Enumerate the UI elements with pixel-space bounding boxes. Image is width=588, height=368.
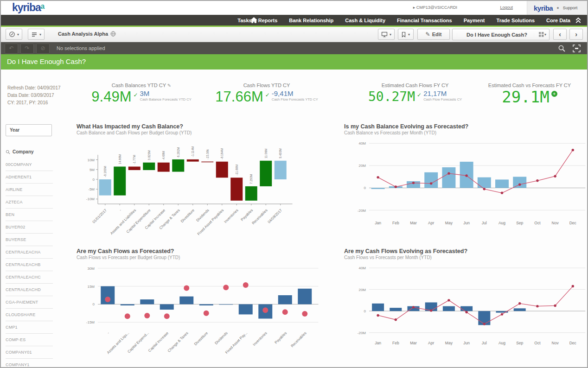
chart-canvas[interactable]: 30M15M0-15M-Assets and Liqu...Capital Ex…	[77, 261, 334, 367]
bar[interactable]	[372, 304, 384, 311]
line-point[interactable]	[554, 305, 556, 307]
company-list-item[interactable]: CENTRALEACHD	[6, 284, 53, 296]
line-point[interactable]	[501, 313, 503, 315]
forecast-dot[interactable]	[302, 311, 307, 317]
waterfall-bar[interactable]	[216, 162, 228, 178]
company-list-item[interactable]: CENTRALEACHA	[6, 246, 53, 259]
line-point[interactable]	[412, 182, 415, 184]
line-point[interactable]	[518, 184, 521, 186]
waterfall-bar[interactable]	[158, 163, 170, 172]
nav-item-cash-liquidity[interactable]: Cash & Liquidity	[345, 18, 385, 23]
nav-item-payment[interactable]: Payment	[464, 18, 485, 23]
company-list-item[interactable]: ADHERENT1	[6, 171, 53, 184]
company-list-item[interactable]: COMPANY1	[6, 359, 53, 368]
company-list-item[interactable]: 00COMPANY	[6, 159, 53, 171]
line-point[interactable]	[572, 149, 574, 151]
bar[interactable]	[495, 179, 509, 188]
bar[interactable]	[239, 304, 253, 314]
line-point[interactable]	[536, 179, 538, 182]
waterfall-bar[interactable]	[201, 162, 213, 163]
company-list-item[interactable]: COMPANY01	[6, 346, 53, 359]
bar[interactable]	[140, 299, 154, 304]
company-list-item[interactable]: CGA-PAIEMENT	[6, 296, 53, 309]
chart-canvas[interactable]: 40M20M0-20MJanFebMarAprMayJunJulAugSepOc…	[344, 136, 586, 244]
sheet-selector[interactable]: Do I Have Enough Cash? ▾	[452, 29, 550, 40]
forecast-dot[interactable]	[204, 311, 209, 316]
bar[interactable]	[460, 306, 473, 311]
edit-button[interactable]: ✎ Edit	[417, 29, 450, 40]
line-point[interactable]	[377, 176, 379, 178]
waterfall-bar[interactable]	[128, 166, 141, 170]
line-point[interactable]	[465, 311, 467, 313]
nav-item-core-data[interactable]: Core Data	[546, 18, 570, 23]
waterfall-bar[interactable]	[187, 159, 199, 162]
nav-item-trade-solutions[interactable]: Trade Solutions	[497, 18, 535, 23]
bar[interactable]	[298, 289, 312, 305]
prev-sheet-button[interactable]: ‹	[553, 29, 567, 40]
company-list-item[interactable]: AIRLINE	[6, 184, 53, 196]
line-point[interactable]	[395, 185, 397, 188]
bookmarks-button[interactable]: ▾	[398, 29, 414, 40]
bar[interactable]	[121, 304, 134, 305]
bar[interactable]	[442, 167, 455, 188]
line-point[interactable]	[430, 182, 432, 184]
clear-selections-button[interactable]: ⊘	[36, 44, 50, 54]
company-list-item[interactable]: BUYER02	[6, 221, 53, 234]
line-point[interactable]	[483, 323, 486, 325]
waterfall-bar[interactable]	[99, 179, 111, 196]
waterfall-bar[interactable]	[245, 186, 257, 201]
bar[interactable]	[219, 304, 233, 305]
bar[interactable]	[160, 304, 174, 310]
company-list-item[interactable]: BEN	[6, 209, 53, 221]
company-list-item[interactable]: BUYERSE	[6, 234, 53, 246]
app-overview-button[interactable]: ▾	[28, 29, 45, 40]
line-point[interactable]	[377, 314, 379, 317]
bar[interactable]	[514, 308, 526, 311]
waterfall-bar[interactable]	[172, 159, 184, 172]
bar[interactable]	[478, 178, 491, 188]
forecast-dot[interactable]	[184, 285, 189, 291]
line-point[interactable]	[554, 175, 556, 177]
line-point[interactable]	[536, 305, 538, 307]
line-point[interactable]	[395, 318, 397, 321]
bar[interactable]	[443, 306, 455, 311]
redo-selection-button[interactable]: ↷	[20, 44, 34, 54]
waterfall-bar[interactable]	[143, 163, 155, 170]
selections-tool-icon[interactable]	[573, 44, 581, 52]
support-link[interactable]: Support	[563, 6, 578, 10]
line-point[interactable]	[572, 285, 574, 287]
bar[interactable]	[513, 177, 526, 188]
forecast-dot[interactable]	[125, 313, 130, 319]
line-point[interactable]	[412, 306, 415, 308]
nav-item-bank-relationship[interactable]: Bank Relationship	[289, 18, 333, 23]
chart-canvas[interactable]: 10M5M0-5M-10M-8.163M01/01/201714.66M--1.…	[77, 136, 334, 238]
line-point[interactable]	[447, 172, 450, 174]
line-point[interactable]	[430, 309, 432, 311]
forecast-dot[interactable]	[282, 309, 288, 315]
line-point[interactable]	[518, 302, 521, 305]
bar[interactable]	[424, 172, 438, 188]
line-point[interactable]	[465, 174, 467, 177]
present-mode-button[interactable]: ▾	[378, 29, 395, 40]
company-list-item[interactable]: CLOUDSHARE	[6, 309, 53, 321]
company-list-item[interactable]: CMP1	[6, 321, 53, 334]
logout-link[interactable]: Logout	[500, 5, 513, 10]
forecast-dot[interactable]	[164, 313, 170, 319]
line-point[interactable]	[501, 192, 503, 194]
bar[interactable]	[179, 297, 193, 305]
line-point[interactable]	[483, 188, 486, 190]
bar[interactable]	[199, 304, 213, 305]
next-sheet-button[interactable]: ›	[569, 29, 583, 40]
bar[interactable]	[278, 295, 292, 304]
forecast-dot[interactable]	[144, 313, 150, 318]
undo-selection-button[interactable]: ↶	[5, 44, 18, 54]
waterfall-bar[interactable]	[230, 178, 243, 201]
navigation-menu-button[interactable]: ▾	[6, 29, 22, 40]
nav-item-financial-transactions[interactable]: Financial Transactions	[397, 18, 452, 23]
forecast-dot[interactable]	[105, 297, 110, 302]
forecast-dot[interactable]	[223, 285, 229, 290]
company-list-item[interactable]: COMP-ES	[6, 334, 53, 346]
nav-item-tasks-reports[interactable]: Tasks & Reports	[237, 18, 277, 23]
collapse-nav-icon[interactable]	[574, 16, 582, 24]
bar[interactable]	[390, 308, 402, 311]
